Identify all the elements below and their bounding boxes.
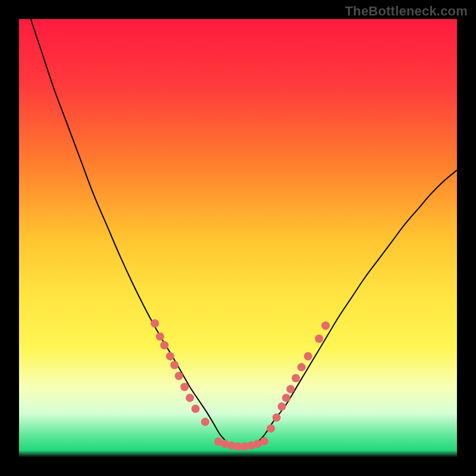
data-dot: [160, 341, 168, 349]
watermark-text: TheBottleneck.com: [345, 4, 468, 19]
gradient-background: [19, 19, 457, 457]
data-dot: [292, 374, 300, 383]
data-dot: [260, 437, 268, 446]
data-dot: [156, 333, 164, 341]
data-dot: [278, 402, 286, 411]
data-dot: [151, 320, 159, 328]
data-dot: [286, 385, 295, 393]
plot-area: [19, 19, 457, 457]
data-dot: [315, 334, 323, 343]
data-dot: [180, 383, 189, 391]
data-dot: [175, 372, 183, 380]
data-dot: [304, 352, 312, 361]
chart-frame: TheBottleneck.com: [0, 0, 476, 476]
data-dot: [267, 424, 275, 433]
data-dot: [170, 361, 178, 369]
data-dot: [321, 321, 330, 330]
data-dot: [186, 394, 194, 402]
data-dot: [166, 352, 174, 361]
data-dot: [201, 418, 209, 426]
data-dot: [282, 394, 290, 402]
data-dot: [273, 414, 281, 422]
chart-svg: [19, 19, 457, 457]
data-dot: [298, 363, 306, 371]
data-dot: [192, 405, 200, 413]
